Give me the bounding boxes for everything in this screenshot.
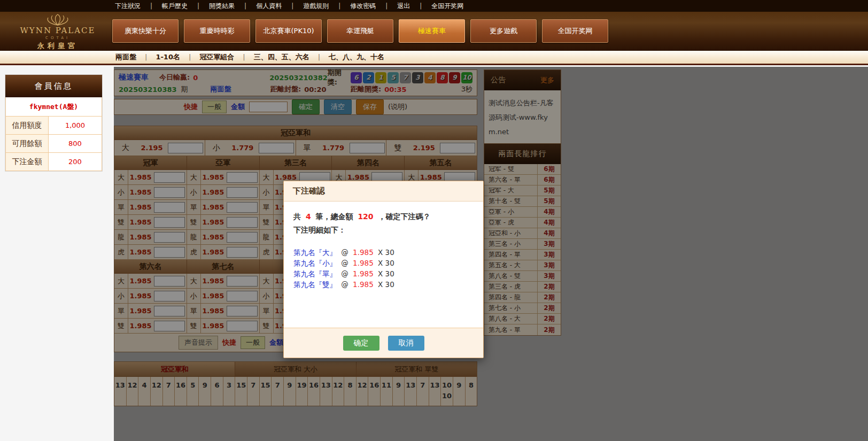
bet-detail-line: 第九名『大』 @ 1.985 X 30 (293, 248, 474, 259)
detail-odds: 1.985 (353, 280, 374, 289)
summary-prefix: 共 (293, 212, 301, 221)
top-nav-link[interactable]: 個人資料 (256, 2, 303, 11)
mode-tab-78910[interactable]: 七、八、九、十名 (329, 52, 384, 62)
top-nav-link[interactable]: 退出 (397, 2, 431, 11)
top-nav-link[interactable]: 帳戶歷史 (162, 2, 209, 11)
member-rows: 信用額度 1,000 可用餘額 800 下注金額 200 (5, 117, 102, 171)
member-row-value: 200 (49, 153, 102, 171)
modal-footer: 确定 取消 (284, 328, 483, 358)
brand-logo[interactable]: WYNN PALACE COTAI 永利皇宮 (15, 14, 100, 51)
member-row: 可用餘額 800 (5, 135, 102, 153)
modal-dim-overlay (114, 67, 868, 441)
mode-tab-two-side[interactable]: 兩面盤 (115, 52, 156, 62)
mode-tab-3456[interactable]: 三、四、五、六名 (254, 52, 329, 62)
member-row-label: 信用額度 (6, 117, 49, 134)
top-nav-link[interactable]: 開獎結果 (209, 2, 256, 11)
member-row: 下注金額 200 (5, 153, 102, 171)
detail-at: @ (341, 248, 348, 257)
detail-bet-name: 第九名『小』 (293, 259, 337, 267)
detail-bet-name: 第九名『雙』 (293, 280, 337, 289)
detail-odds: 1.985 (353, 269, 374, 278)
member-row-value: 800 (49, 135, 102, 152)
member-row-label: 下注金額 (6, 153, 49, 171)
mode-tab-1-10[interactable]: 1-10名 (156, 52, 199, 62)
bet-detail-line: 第九名『小』 @ 1.985 X 30 (293, 259, 474, 269)
bet-detail-line: 第九名『雙』 @ 1.985 X 30 (293, 280, 474, 291)
game-tab-xyft[interactable]: 幸運飛艇 (327, 19, 393, 43)
detail-at: @ (341, 259, 348, 267)
detail-multiplier: X 30 (378, 248, 394, 257)
game-tab-more[interactable]: 更多遊戲 (470, 19, 537, 43)
top-nav-link[interactable]: 全国开奖网 (431, 2, 463, 11)
brand-subtitle: COTAI (15, 36, 100, 40)
bet-count: 4 (306, 212, 311, 221)
detail-odds: 1.985 (353, 259, 374, 267)
member-username: fkymnet(A盤) (5, 97, 102, 117)
detail-odds: 1.985 (353, 248, 374, 257)
top-nav-link[interactable]: 修改密碼 (350, 2, 397, 11)
detail-at: @ (341, 280, 348, 289)
play-mode-nav: 兩面盤 1-10名 冠亞軍組合 三、四、五、六名 七、八、九、十名 (0, 51, 868, 65)
member-info-panel: 會員信息 fkymnet(A盤) 信用額度 1,000 可用餘額 800 下注金… (5, 75, 102, 171)
detail-bet-name: 第九名『大』 (293, 248, 337, 257)
member-row-label: 可用餘額 (6, 135, 49, 152)
member-row: 信用額度 1,000 (5, 117, 102, 135)
member-row-value: 1,000 (49, 117, 102, 134)
game-tab-kaijiang[interactable]: 全国开奖网 (542, 19, 608, 43)
top-nav-link[interactable]: 下注狀況 (115, 2, 162, 11)
detail-bet-name: 第九名『單』 (293, 269, 337, 278)
modal-title: 下注確認 (284, 181, 483, 202)
modal-body: 共 4 筆，總金額 120 ，確定下注碼？ 下注明細如下： 第九名『大』 @ 1… (284, 202, 483, 328)
modal-confirm-button[interactable]: 确定 (343, 336, 379, 351)
detail-multiplier: X 30 (378, 280, 394, 289)
game-tab-gdklsf[interactable]: 廣東快樂十分 (112, 19, 179, 43)
top-nav-link[interactable]: 遊戲規則 (303, 2, 350, 11)
game-tab-bjpk10[interactable]: 北京賽車(PK10) (255, 19, 322, 43)
brand-name: WYNN PALACE (15, 26, 100, 35)
mode-tab-combo[interactable]: 冠亞軍組合 (199, 52, 253, 62)
bet-total-amount: 120 (358, 212, 373, 221)
summary-suffix: ，確定下注碼？ (378, 212, 430, 221)
bet-detail-line: 第九名『單』 @ 1.985 X 30 (293, 269, 474, 280)
game-tab-cqssc[interactable]: 重慶時時彩 (184, 19, 250, 43)
detail-label: 下注明細如下： (293, 226, 474, 235)
wynn-emblem-icon (41, 14, 75, 26)
summary-mid: 筆，總金額 (316, 212, 353, 221)
game-tab-jssc-active[interactable]: 極速賽車 (399, 19, 465, 43)
bet-confirm-modal: 下注確認 共 4 筆，總金額 120 ，確定下注碼？ 下注明細如下： 第九名『大… (283, 181, 484, 358)
game-tabs: 廣東快樂十分 重慶時時彩 北京賽車(PK10) 幸運飛艇 極速賽車 更多遊戲 全… (112, 19, 608, 43)
detail-at: @ (341, 269, 348, 278)
brand-name-cn: 永利皇宮 (15, 41, 100, 51)
member-panel-title: 會員信息 (5, 75, 102, 97)
top-nav: 下注狀況 帳戶歷史 開獎結果 個人資料 遊戲規則 修改密碼 退出 全国开奖网 (0, 0, 868, 12)
bet-detail-list: 第九名『大』 @ 1.985 X 30 第九名『小』 @ 1.985 X 30 … (293, 248, 474, 291)
brand-header: WYNN PALACE COTAI 永利皇宮 廣東快樂十分 重慶時時彩 北京賽車… (0, 12, 868, 51)
detail-multiplier: X 30 (378, 269, 394, 278)
modal-cancel-button[interactable]: 取消 (388, 336, 424, 351)
detail-multiplier: X 30 (378, 259, 394, 267)
bet-summary-line: 共 4 筆，總金額 120 ，確定下注碼？ (293, 212, 474, 222)
